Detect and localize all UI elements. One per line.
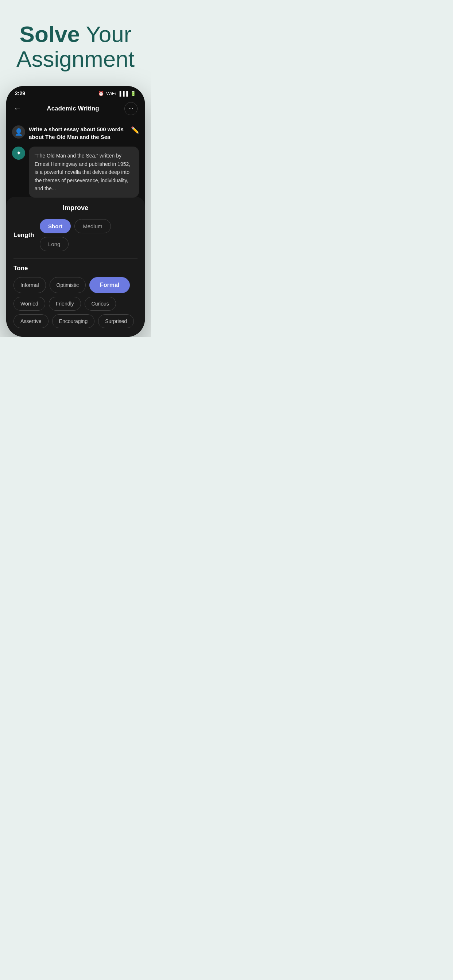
status-bar: 2:29 ⏰ WiFi ▐▐▐ 🔋 xyxy=(6,86,145,99)
status-time: 2:29 xyxy=(15,91,25,96)
chat-area: 👤 Write a short essay about 500 words ab… xyxy=(6,119,145,197)
tone-curious-button[interactable]: Curious xyxy=(85,297,116,310)
battery-icon: 🔋 xyxy=(130,91,136,96)
tone-row-1: Informal Optimistic Formal xyxy=(13,277,137,293)
length-long-button[interactable]: Long xyxy=(40,237,69,251)
nav-bar: ← Academic Writing ··· xyxy=(6,99,145,119)
improve-title: Improve xyxy=(13,204,137,212)
wifi-icon: WiFi xyxy=(106,91,116,96)
hero-title: Solve YourAssignment xyxy=(11,22,140,72)
length-options: Short Medium Long xyxy=(40,219,137,251)
nav-title: Academic Writing xyxy=(47,105,99,112)
divider xyxy=(13,258,137,259)
user-icon: 👤 xyxy=(14,128,22,136)
tone-informal-button[interactable]: Informal xyxy=(13,277,46,293)
tone-assertive-button[interactable]: Assertive xyxy=(13,314,48,328)
tone-surprised-button[interactable]: Surprised xyxy=(98,314,134,328)
length-medium-button[interactable]: Medium xyxy=(74,219,110,233)
back-button[interactable]: ← xyxy=(13,104,22,113)
alarm-icon: ⏰ xyxy=(98,91,104,96)
hero-section: Solve YourAssignment xyxy=(0,0,151,86)
hero-title-bold: Solve xyxy=(20,22,80,47)
tone-worried-button[interactable]: Worried xyxy=(13,297,45,310)
length-section: Length Short Medium Long xyxy=(13,219,137,251)
edit-icon[interactable]: ✏️ xyxy=(131,126,139,134)
tone-optimistic-button[interactable]: Optimistic xyxy=(49,277,86,293)
tone-row-2: Worried Friendly Curious xyxy=(13,297,137,310)
tone-row-3: Assertive Encouraging Surprised xyxy=(13,314,137,328)
tone-label: Tone xyxy=(13,265,137,272)
tone-formal-button[interactable]: Formal xyxy=(89,277,130,293)
ai-response-text: "The Old Man and the Sea," written by Er… xyxy=(35,152,133,192)
ai-icon: ✦ xyxy=(16,149,22,157)
ai-bubble: "The Old Man and the Sea," written by Er… xyxy=(29,146,139,197)
user-message-text: Write a short essay about 500 words abou… xyxy=(29,126,127,141)
phone-mockup: 2:29 ⏰ WiFi ▐▐▐ 🔋 ← Academic Writing ···… xyxy=(6,86,145,337)
user-avatar: 👤 xyxy=(12,126,25,138)
status-icons: ⏰ WiFi ▐▐▐ 🔋 xyxy=(98,91,136,96)
user-message-row: 👤 Write a short essay about 500 words ab… xyxy=(12,126,139,141)
ai-message-row: ✦ "The Old Man and the Sea," written by … xyxy=(12,146,139,197)
signal-icon: ▐▐▐ xyxy=(118,91,128,96)
ai-avatar: ✦ xyxy=(12,146,25,160)
improve-panel: Improve Length Short Medium Long Tone In… xyxy=(6,197,145,337)
tone-friendly-button[interactable]: Friendly xyxy=(49,297,81,310)
length-label: Length xyxy=(13,232,35,239)
tone-encouraging-button[interactable]: Encouraging xyxy=(52,314,95,328)
tone-section: Tone Informal Optimistic Formal Worried … xyxy=(13,265,137,328)
more-button[interactable]: ··· xyxy=(124,102,137,115)
tone-grid: Informal Optimistic Formal Worried Frien… xyxy=(13,277,137,328)
length-short-button[interactable]: Short xyxy=(40,219,71,233)
more-icon: ··· xyxy=(128,105,133,112)
